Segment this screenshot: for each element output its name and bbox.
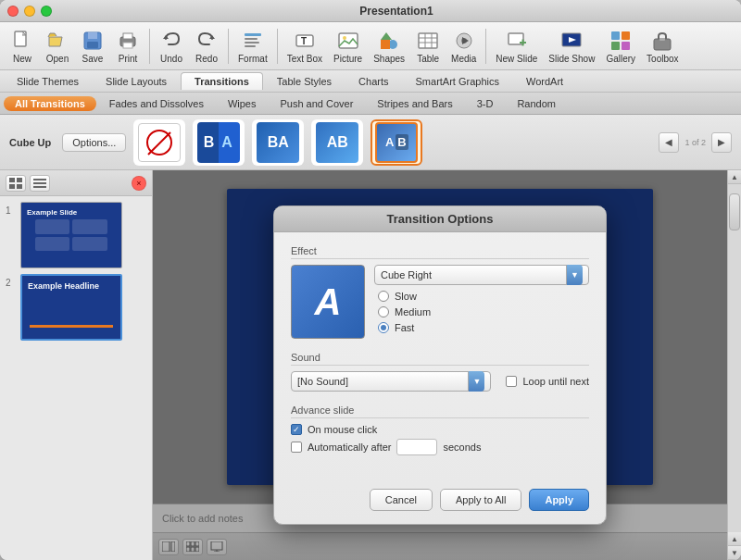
save-button[interactable]: Save [76,27,109,66]
sound-dropdown-arrow: ▼ [468,371,484,392]
slide-thumb-1: Example Slide [20,202,122,268]
no-transition-symbol [146,130,172,156]
subtab-random[interactable]: Random [506,96,567,111]
toolbar-sep-1 [149,29,150,64]
svg-rect-3 [87,42,98,48]
effect-dropdown-arrow: ▼ [566,265,583,285]
slide-thumb-text-1: Example Slide [27,208,77,217]
picture-button[interactable]: Picture [329,27,367,66]
transition-ab-slide[interactable]: AB [311,119,363,166]
advance-section: Advance slide On mouse click Automatical… [291,404,589,455]
cancel-button[interactable]: Cancel [370,489,433,511]
loop-checkbox[interactable] [506,376,517,387]
subtab-fades[interactable]: Fades and Dissolves [98,96,215,111]
apply-button[interactable]: Apply [529,489,589,511]
list-view-button[interactable] [30,175,50,192]
shapes-icon [377,29,401,53]
nav-arrows: ◀ 1 of 2 ▶ [659,132,732,153]
subtab-wipes[interactable]: Wipes [217,96,268,111]
slide-content-grid [31,216,111,255]
slide-item-1[interactable]: 1 Example Slide [6,202,146,268]
speed-fast-radio[interactable] [378,322,389,333]
format-button[interactable]: Format [233,27,272,66]
subtab-all-transitions[interactable]: All Transitions [4,96,96,111]
auto-advance-row[interactable]: Automatically after seconds [291,439,589,455]
page-indicator: 1 of 2 [681,138,710,147]
open-button[interactable]: Open [41,27,74,66]
grid-view-button[interactable] [6,175,26,192]
toolbox-icon [650,29,674,53]
tab-slide-themes[interactable]: Slide Themes [4,73,92,90]
slide-item-2[interactable]: 2 Example Headline [6,274,146,341]
transition-ba-split[interactable]: B A [193,119,245,166]
effect-dropdown[interactable]: Cube Right ▼ [374,265,589,285]
toolbox-button[interactable]: Toolbox [642,27,683,66]
transition-none[interactable] [133,119,185,166]
next-arrow-button[interactable]: ▶ [711,132,732,153]
subtab-stripes[interactable]: Stripes and Bars [366,96,463,111]
apply-to-all-button[interactable]: Apply to All [440,489,521,511]
speed-radio-group: Slow Medium [374,291,589,333]
speed-medium-radio[interactable] [378,306,389,317]
subtab-push-cover[interactable]: Push and Cover [269,96,364,111]
new-button[interactable]: New [6,27,39,66]
transition-cube-right[interactable]: AB [370,119,422,166]
subtab-3d[interactable]: 3-D [466,96,505,111]
shapes-button[interactable]: Shapes [369,27,409,66]
new-icon [10,29,34,53]
newslide-button[interactable]: New Slide [491,27,542,66]
media-button[interactable]: Media [446,27,481,66]
undo-button[interactable]: Undo [155,27,188,66]
tab-transitions[interactable]: Transitions [181,72,263,90]
slide-thumb-2: Example Headline [20,274,122,341]
minimize-button[interactable] [24,6,35,17]
prev-arrow-button[interactable]: ◀ [659,132,679,153]
maximize-button[interactable] [41,6,52,17]
speed-slow-radio[interactable] [378,291,389,302]
scroll-down-arrow-1[interactable]: ▲ [728,532,741,546]
scroll-up-arrow[interactable]: ▲ [728,170,741,184]
tab-smartart[interactable]: SmartArt Graphics [403,73,512,90]
gallery-button[interactable]: Gallery [601,27,640,66]
speed-medium-row[interactable]: Medium [378,306,589,317]
toolbar-sep-4 [485,29,486,64]
scroll-thumb[interactable] [729,193,740,230]
textbox-button[interactable]: T Text Box [283,27,327,66]
transition-none-icon [138,123,181,162]
speed-medium-label: Medium [395,306,431,317]
svg-rect-10 [245,38,257,40]
tab-charts[interactable]: Charts [345,73,401,90]
mouse-click-checkbox[interactable] [291,424,302,435]
main-tab-row: Slide Themes Slide Layouts Transitions T… [0,70,741,93]
toolbar-sep-3 [277,29,278,64]
svg-rect-40 [17,178,22,182]
mouse-click-row[interactable]: On mouse click [291,424,589,435]
sound-section: Sound [No Sound] ▼ Loop until next [291,352,589,392]
tab-table-styles[interactable]: Table Styles [264,73,345,90]
panel-close-button[interactable]: × [132,176,146,191]
loop-checkbox-row[interactable]: Loop until next [506,376,589,387]
scroll-down-arrow-2[interactable]: ▼ [728,546,741,560]
sound-dropdown[interactable]: [No Sound] ▼ [291,371,491,392]
grid-cell-4 [72,237,107,252]
current-transition-label: Cube Up [9,137,51,148]
slideshow-button[interactable]: Slide Show [544,27,599,66]
modal-title: Transition Options [387,212,494,226]
transition-ba-flip[interactable]: BA [252,119,304,166]
auto-advance-checkbox[interactable] [291,442,302,453]
speed-slow-row[interactable]: Slow [378,291,589,302]
effect-label: Effect [291,245,589,259]
redo-button[interactable]: Redo [190,27,223,66]
speed-fast-row[interactable]: Fast [378,322,589,333]
svg-rect-42 [17,184,22,189]
effect-section: Effect A Cube Right ▼ [291,245,589,339]
tab-wordart[interactable]: WordArt [513,73,576,90]
close-button[interactable] [7,6,19,17]
transition-strip: Cube Up Options... B A BA AB [0,115,741,170]
print-button[interactable]: Print [111,27,144,66]
table-button[interactable]: Table [411,27,445,66]
media-icon [452,29,476,53]
seconds-input[interactable] [396,439,437,455]
tab-slide-layouts[interactable]: Slide Layouts [93,73,180,90]
options-button[interactable]: Options... [62,133,126,152]
